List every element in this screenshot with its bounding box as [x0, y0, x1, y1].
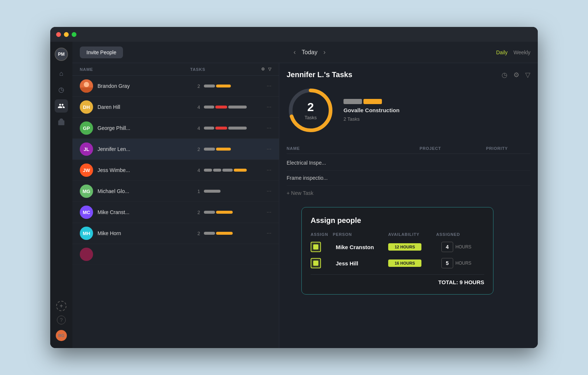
user-profile-icon[interactable]: BG [55, 329, 68, 342]
person-row[interactable]: GP George Phill... 4 ··· [72, 118, 279, 139]
person-name: Jess Wimbe... [98, 167, 193, 173]
close-button[interactable] [56, 32, 61, 37]
minimize-button[interactable] [64, 32, 69, 37]
more-options-button[interactable]: ··· [267, 230, 271, 237]
task-count: 1 [193, 189, 200, 194]
task-bar [204, 148, 215, 151]
task-count: 2 [193, 83, 200, 89]
next-date-button[interactable]: › [323, 48, 325, 56]
name-col-header: NAME [287, 146, 420, 151]
svg-point-3 [84, 82, 89, 87]
modal-person-name: Mike Cranston [333, 244, 388, 250]
person-row[interactable]: MH Mike Horn 2 ··· [72, 223, 279, 244]
task-bar [216, 85, 231, 87]
add-workspace-button[interactable]: + [56, 301, 66, 311]
add-task-button[interactable]: + New Task [287, 186, 530, 200]
invite-people-button[interactable]: Invite People [80, 47, 123, 58]
donut-chart: 2 Tasks [287, 86, 335, 134]
person-row[interactable]: MC Mike Cranst... 2 ··· [72, 202, 279, 223]
briefcase-icon[interactable] [55, 116, 68, 129]
person-col-header: PERSON [333, 232, 388, 237]
task-bar [204, 169, 212, 172]
person-row[interactable]: JL Jennifer Len... 2 ··· [72, 139, 279, 160]
current-date-label: Today [302, 49, 318, 56]
settings-filter-icon[interactable]: ⚙ [513, 71, 519, 79]
project-name: Govalle Construction [343, 107, 400, 113]
task-count: 2 [193, 210, 200, 215]
task-bars [204, 169, 263, 172]
name-column-header: NAME [80, 67, 190, 72]
person-name: George Phill... [98, 125, 193, 131]
task-count: 4 [193, 168, 200, 173]
more-options-button[interactable]: ··· [267, 125, 271, 131]
task-row[interactable]: Frame inspectio... [287, 171, 530, 186]
filter-icon[interactable]: ▽ [268, 67, 271, 72]
more-options-button[interactable]: ··· [267, 188, 271, 195]
task-bars [204, 211, 263, 214]
clock-icon[interactable]: ◷ [55, 83, 68, 96]
person-row[interactable]: JW Jess Wimbe... 4 ··· [72, 160, 279, 181]
avatar: JW [80, 164, 93, 177]
task-bar [204, 190, 220, 193]
people-list: NAME TASKS ⚙ ▽ [72, 63, 279, 348]
modal-person-name: Jess Hill [333, 260, 388, 266]
assign-checkbox[interactable] [311, 258, 321, 268]
user-avatar[interactable]: PM [55, 48, 68, 61]
checkbox-fill [313, 244, 318, 250]
assign-checkbox[interactable] [311, 242, 321, 252]
assign-modal: Assign people ASSIGN PERSON AVAILABILITY… [301, 207, 493, 295]
prev-date-button[interactable]: ‹ [294, 48, 296, 56]
availability-col-header: AVAILABILITY [388, 232, 436, 237]
task-bar [228, 106, 247, 109]
person-row[interactable]: MG Michael Glo... 1 ··· [72, 181, 279, 202]
sidebar: PM ⌂ ◷ + ? BG [50, 42, 72, 348]
more-options-button[interactable]: ··· [267, 104, 271, 110]
help-icon[interactable]: ? [57, 316, 66, 324]
task-bars [204, 148, 263, 151]
main-content: Invite People ‹ Today › Daily Weekly NAM… [72, 42, 538, 348]
maximize-button[interactable] [72, 32, 76, 37]
hours-label: HOURS [455, 244, 471, 250]
more-options-button[interactable]: ··· [267, 146, 271, 152]
app-window: PM ⌂ ◷ + ? BG Invite Pe [50, 27, 538, 348]
people-icon[interactable] [55, 99, 68, 113]
person-row[interactable] [72, 244, 279, 265]
task-bar [215, 106, 227, 109]
filter-sliders-icon[interactable]: ⚙ [261, 67, 265, 72]
task-bars [204, 85, 263, 87]
more-options-button[interactable]: ··· [267, 209, 271, 216]
task-bars [204, 106, 263, 109]
modal-total: TOTAL: 9 HOURS [311, 274, 484, 285]
task-bars [204, 190, 263, 193]
filter-panel-icon[interactable]: ▽ [525, 71, 530, 79]
modal-title: Assign people [311, 216, 484, 225]
task-bar [222, 169, 233, 172]
task-row[interactable]: Electrical Inspe... [287, 155, 530, 171]
person-name: Michael Glo... [98, 188, 193, 194]
app-body: PM ⌂ ◷ + ? BG Invite Pe [50, 42, 538, 348]
modal-person-row: Mike Cranston 12 HOURS 4 HOURS [311, 242, 484, 252]
mini-bar [343, 99, 362, 104]
donut-number: 2 [304, 100, 317, 114]
clock-filter-icon[interactable]: ◷ [502, 71, 507, 79]
person-row[interactable]: DH Daren Hill 4 ··· [72, 97, 279, 118]
task-bar [228, 127, 247, 130]
task-bar [234, 169, 247, 172]
avatar: GP [80, 121, 93, 135]
panel-header: Jennifer L.'s Tasks ◷ ⚙ ▽ [287, 70, 530, 79]
person-name: Mike Horn [98, 230, 193, 236]
daily-view-button[interactable]: Daily [496, 49, 507, 55]
more-options-button[interactable]: ··· [267, 167, 271, 173]
donut-text: 2 Tasks [304, 100, 317, 121]
more-options-button[interactable]: ··· [267, 83, 271, 89]
person-row[interactable]: Brandon Gray 2 ··· [72, 76, 279, 97]
person-name: Daren Hill [98, 104, 193, 110]
project-mini-bars [343, 99, 400, 104]
task-bar [216, 232, 233, 235]
weekly-view-button[interactable]: Weekly [513, 49, 530, 55]
view-toggle: Daily Weekly [496, 49, 530, 55]
task-bar [215, 127, 227, 130]
avatar [80, 79, 93, 93]
avatar: MH [80, 227, 93, 240]
home-icon[interactable]: ⌂ [55, 67, 68, 80]
